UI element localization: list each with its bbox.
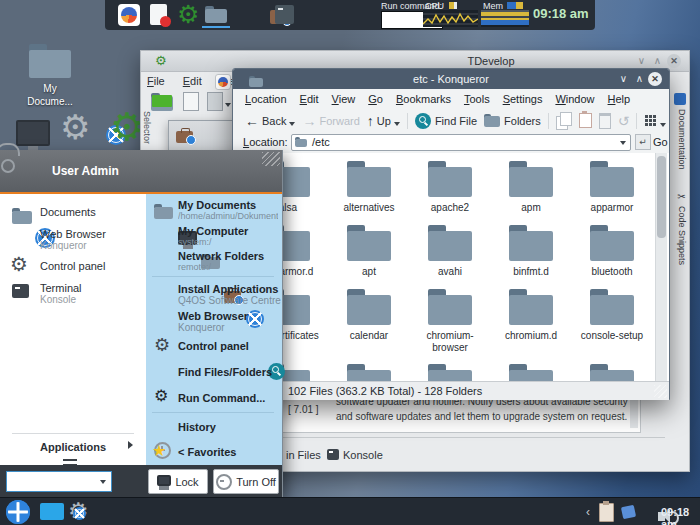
- menu-item-terminal[interactable]: Terminal: [40, 282, 82, 294]
- menu-item-find-files[interactable]: Find Files/Folders: [178, 366, 272, 378]
- menu-help[interactable]: Help: [608, 93, 631, 105]
- folder-item[interactable]: [331, 364, 407, 381]
- new-file-icon[interactable]: [183, 92, 199, 111]
- menu-view[interactable]: View: [332, 93, 356, 105]
- menu-item-network-folders[interactable]: Network Folders: [178, 250, 264, 262]
- menu-item-my-documents[interactable]: My Documents: [178, 199, 256, 211]
- panel-clock[interactable]: 09:18 am: [533, 6, 589, 21]
- tdevelop-tab-konsole[interactable]: Konsole: [343, 449, 383, 461]
- folder-item[interactable]: alternatives: [331, 161, 407, 214]
- tdevelop-selector-tab[interactable]: Selector: [142, 111, 152, 144]
- close-button[interactable]: ✕: [648, 72, 662, 86]
- folder-item[interactable]: chromium-browser: [412, 289, 488, 354]
- up-button[interactable]: ↑Up: [367, 113, 400, 129]
- go-button[interactable]: Go: [653, 136, 668, 148]
- folder-item[interactable]: apache2: [412, 161, 488, 214]
- new-document-icon[interactable]: [207, 92, 223, 111]
- folder-item[interactable]: [412, 364, 488, 381]
- konqueror-titlebar[interactable]: etc - Konqueror ∨ ∧ ✕: [233, 69, 669, 89]
- folder-item[interactable]: apm: [493, 161, 569, 214]
- menu-tools[interactable]: Tools: [464, 93, 490, 105]
- klipper-icon[interactable]: [621, 505, 636, 519]
- menu-item-web-browser[interactable]: Web Browser: [40, 228, 106, 240]
- lock-button[interactable]: Lock: [148, 469, 208, 494]
- menu-item-run-command[interactable]: Run Command...: [178, 392, 265, 404]
- location-input[interactable]: /etc: [291, 134, 631, 151]
- menu-item-documents[interactable]: Documents: [40, 206, 96, 218]
- menu-window[interactable]: Window: [555, 93, 594, 105]
- menu-settings[interactable]: Settings: [503, 93, 543, 105]
- scrollbar-thumb[interactable]: [657, 156, 666, 238]
- menu-item-favorites[interactable]: < Favorites: [178, 446, 236, 458]
- taskbar-clock[interactable]: 09:18 am: [661, 506, 700, 525]
- search-combobox[interactable]: [6, 471, 112, 492]
- menu-item-install-applications[interactable]: Install Applications: [178, 283, 278, 295]
- folder-item[interactable]: apparmor: [574, 161, 650, 214]
- forward-button[interactable]: →Forward: [302, 113, 359, 129]
- tray-collapse-arrow[interactable]: ‹: [586, 505, 590, 519]
- konqueror-gear-globe-icon[interactable]: ⚙: [60, 110, 90, 144]
- undo-icon[interactable]: ↺: [618, 113, 630, 129]
- maximize-button[interactable]: ∧: [654, 54, 661, 68]
- chevron-down-icon[interactable]: [225, 103, 231, 107]
- menu-item-control-panel[interactable]: Control panel: [40, 260, 105, 272]
- show-desktop-button[interactable]: [40, 503, 64, 520]
- paste-icon[interactable]: [579, 113, 592, 128]
- folder-item[interactable]: calendar: [331, 289, 407, 342]
- menu-item-history[interactable]: History: [178, 421, 216, 433]
- files-icon[interactable]: [205, 6, 227, 23]
- folder-item[interactable]: [574, 364, 650, 381]
- tdevelop-tab-documentation[interactable]: Documentation: [677, 109, 687, 170]
- trash-icon[interactable]: [599, 113, 611, 129]
- folder-item[interactable]: [493, 364, 569, 381]
- terminal-icon[interactable]: [275, 5, 294, 24]
- copy-icon[interactable]: [556, 116, 568, 130]
- folder-item[interactable]: chromium.d: [493, 289, 569, 342]
- find-file-button[interactable]: Find File: [415, 113, 477, 129]
- resize-grip[interactable]: [262, 152, 280, 166]
- scrollbar[interactable]: [655, 153, 667, 381]
- cpu-graph[interactable]: [423, 10, 478, 27]
- display-icon[interactable]: [16, 120, 50, 146]
- chevron-down-icon[interactable]: [660, 123, 666, 127]
- folder-item[interactable]: binfmt.d: [493, 225, 569, 278]
- chevron-down-icon[interactable]: [620, 141, 626, 145]
- tdevelop-menu-file[interactable]: File: [147, 75, 165, 87]
- setup-gear-icon[interactable]: ⚙: [110, 108, 144, 146]
- menu-item-control-panel[interactable]: Control panel: [178, 340, 249, 352]
- folder-item[interactable]: apt: [331, 225, 407, 278]
- minimize-button[interactable]: ∨: [638, 54, 645, 68]
- folder-item[interactable]: avahi: [412, 225, 488, 278]
- minimize-button[interactable]: ∨: [620, 72, 627, 86]
- chevron-down-icon[interactable]: [289, 122, 295, 126]
- menu-go[interactable]: Go: [368, 93, 383, 105]
- view-mode-grid-icon[interactable]: [644, 114, 657, 127]
- turn-off-button[interactable]: Turn Off: [213, 469, 279, 494]
- tdevelop-menu-edit[interactable]: Edit: [183, 75, 202, 87]
- folders-button[interactable]: Folders: [484, 114, 541, 127]
- folder-item[interactable]: console-setup: [574, 289, 650, 342]
- resize-grip[interactable]: [654, 385, 667, 398]
- document-icon[interactable]: [150, 4, 167, 25]
- menu-item-my-computer[interactable]: My Computer: [178, 225, 248, 237]
- back-button[interactable]: ←Back: [245, 113, 295, 129]
- desktop-icon-my-documents[interactable]: My Docume...: [14, 44, 86, 108]
- setup-icon[interactable]: ⚙: [177, 2, 199, 27]
- start-button[interactable]: [6, 500, 30, 524]
- software-centre-window[interactable]: [168, 120, 234, 154]
- chevron-down-icon[interactable]: [394, 122, 400, 126]
- close-button[interactable]: ✕: [667, 54, 681, 68]
- clipboard-icon[interactable]: [599, 503, 614, 522]
- mem-graph[interactable]: [481, 10, 529, 27]
- menu-location[interactable]: Location: [245, 93, 287, 105]
- menu-edit[interactable]: Edit: [300, 93, 319, 105]
- menu-bookmarks[interactable]: Bookmarks: [396, 93, 451, 105]
- enter-icon[interactable]: ↵: [635, 134, 651, 150]
- maximize-button[interactable]: ∧: [636, 72, 643, 86]
- tdevelop-tab-code-snippets[interactable]: Code Snippets: [677, 206, 687, 265]
- menu-item-web-browser[interactable]: Web Browser: [178, 310, 248, 322]
- menu-item-applications[interactable]: Applications: [40, 441, 106, 453]
- welcome-icon[interactable]: [118, 4, 140, 26]
- folder-item[interactable]: bluetooth: [574, 225, 650, 278]
- tdevelop-tab-find-in-files[interactable]: in Files: [286, 449, 321, 461]
